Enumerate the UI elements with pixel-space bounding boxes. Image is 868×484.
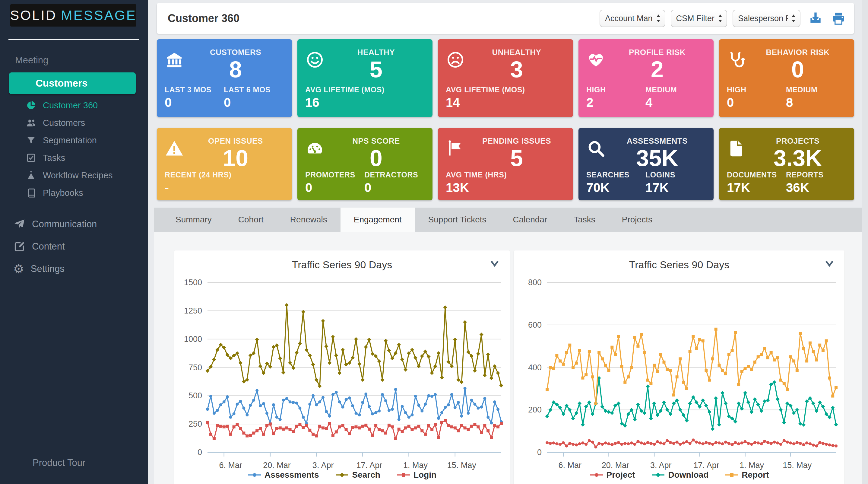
- kpi-card-nps-score: NPS SCORE 0 PROMOTERS 0 DETRACTORS 0: [298, 128, 433, 200]
- logo-text-solid: SOLID: [10, 7, 57, 23]
- printer-icon[interactable]: [831, 10, 846, 26]
- kpi-stat-label: AVG TIME (HRS): [446, 171, 564, 179]
- kpi-label: HEALTHY: [329, 48, 424, 57]
- legend-marker-icon: [397, 472, 410, 478]
- sidebar-item-content[interactable]: Content: [0, 235, 148, 258]
- heartbeat-icon: [586, 46, 610, 82]
- kpi-stat-value: 16: [305, 95, 424, 110]
- legend-item-search[interactable]: Search: [335, 470, 380, 480]
- sidebar-item-label: Workflow Recipes: [43, 171, 113, 180]
- sidebar-sub-menu: Customer 360 Customers Segmentation Task…: [0, 96, 148, 202]
- legend-label: Download: [668, 470, 709, 480]
- funnel-icon: [26, 135, 36, 146]
- kpi-stat-label: HIGH: [586, 85, 645, 94]
- kpi-stat-label: LOGINS: [645, 171, 705, 179]
- kpi-stat-label: LAST 6 MOS: [224, 85, 283, 94]
- users-icon: [26, 118, 36, 128]
- kpi-label: OPEN ISSUES: [188, 137, 283, 146]
- chevron-down-icon[interactable]: [825, 260, 834, 267]
- svg-text:600: 600: [528, 321, 542, 330]
- sidebar-item-tasks[interactable]: Tasks: [0, 149, 148, 167]
- sidebar-item-communication[interactable]: Communication: [0, 213, 148, 235]
- vertical-scrollbar[interactable]: [862, 0, 868, 484]
- kpi-stat: AVG LIFETIME (MOS) 14: [446, 85, 564, 110]
- tab-support-tickets[interactable]: Support Tickets: [415, 208, 500, 232]
- filter-select-1[interactable]: CSM Filter: [671, 10, 727, 27]
- sidebar-item-label: Customer 360: [43, 100, 98, 111]
- app-logo: SOLID MESSAGE: [10, 4, 136, 27]
- chevron-down-icon[interactable]: [490, 260, 499, 267]
- sidebar-item-label: Playbooks: [43, 188, 83, 198]
- svg-text:750: 750: [188, 363, 202, 372]
- kpi-stats: AVG LIFETIME (MOS) 16: [305, 85, 424, 110]
- gauge-icon: [305, 134, 329, 171]
- line-chart: 25050075010001250150006. Mar20. Mar3. Ap…: [178, 276, 506, 476]
- sidebar-item-customers[interactable]: Customers: [0, 114, 148, 131]
- svg-text:0: 0: [537, 448, 542, 457]
- legend-item-report[interactable]: Report: [725, 470, 769, 480]
- logo-text-message: MESSAGE: [61, 7, 136, 23]
- kpi-stat: DETRACTORS 0: [364, 171, 424, 195]
- kpi-stat-value: 14: [446, 95, 564, 110]
- legend-label: Assessments: [265, 470, 319, 480]
- sidebar-collapse-button[interactable]: [13, 304, 24, 316]
- kpi-card-healthy: HEALTHY 5 AVG LIFETIME (MOS) 16: [298, 39, 433, 117]
- svg-text:15. May: 15. May: [447, 461, 476, 470]
- svg-text:20. Mar: 20. Mar: [263, 461, 291, 470]
- select-arrows-icon: [717, 14, 723, 23]
- filter-select-2[interactable]: Salesperson F: [733, 10, 801, 27]
- legend-item-assessments[interactable]: Assessments: [248, 470, 319, 480]
- svg-text:1000: 1000: [184, 335, 202, 344]
- kpi-stat-value: 70K: [586, 180, 645, 195]
- kpi-stat-value: 0: [165, 95, 224, 110]
- sidebar-item-customers[interactable]: Customers: [9, 72, 136, 94]
- legend-item-login[interactable]: Login: [397, 470, 436, 480]
- tab-cohort[interactable]: Cohort: [225, 208, 277, 232]
- kpi-value: 0: [750, 57, 845, 82]
- tab-renewals[interactable]: Renewals: [277, 208, 341, 232]
- kpi-stat: SEARCHES 70K: [586, 171, 645, 195]
- kpi-stats: AVG LIFETIME (MOS) 14: [446, 85, 564, 110]
- product-tour-button[interactable]: Product Tour: [13, 456, 85, 470]
- tab-calendar[interactable]: Calendar: [500, 208, 561, 232]
- kpi-value: 2: [610, 57, 705, 82]
- tab-projects[interactable]: Projects: [609, 208, 665, 232]
- kpi-stat: MEDIUM 4: [645, 85, 705, 110]
- legend-item-download[interactable]: Download: [651, 470, 709, 480]
- kpi-stat-value: 8: [786, 95, 845, 110]
- chart-title: Traffic Series 90 Days: [514, 259, 844, 271]
- kpi-stat-value: 36K: [786, 180, 845, 195]
- sidebar: SOLID MESSAGE Meeting Customers Customer…: [0, 0, 148, 484]
- warning-icon: [165, 134, 188, 171]
- legend-label: Report: [742, 470, 769, 480]
- tab-engagement[interactable]: Engagement: [341, 208, 415, 232]
- search-icon: [586, 134, 610, 171]
- sidebar-item-playbooks[interactable]: Playbooks: [0, 184, 148, 202]
- sidebar-item-workflow-recipes[interactable]: Workflow Recipes: [0, 167, 148, 184]
- download-icon[interactable]: [808, 10, 824, 26]
- kpi-stat: MEDIUM 8: [786, 85, 845, 110]
- filter-select-0[interactable]: Account Man: [599, 10, 665, 27]
- kpi-stats: DOCUMENTS 17K REPORTS 36K: [727, 171, 845, 195]
- kpi-card-projects: PROJECTS 3.3K DOCUMENTS 17K REPORTS 36K: [719, 128, 854, 200]
- kpi-label: ASSESSMENTS: [610, 137, 705, 146]
- sidebar-item-settings[interactable]: ⚙ Settings: [0, 258, 148, 280]
- kpi-stat-label: DOCUMENTS: [727, 171, 786, 179]
- kpi-stat: AVG TIME (HRS) 13K: [446, 171, 564, 195]
- kpi-stat: PROMOTERS 0: [305, 171, 364, 195]
- kpi-value: 3.3K: [750, 146, 845, 171]
- kpi-stat-value: 0: [224, 95, 283, 110]
- legend-item-project[interactable]: Project: [590, 470, 635, 480]
- kpi-label: CUSTOMERS: [188, 48, 283, 57]
- kpi-stats: AVG TIME (HRS) 13K: [446, 171, 564, 195]
- sidebar-item-segmentation[interactable]: Segmentation: [0, 131, 148, 149]
- kpi-stat: LAST 3 MOS 0: [165, 85, 224, 110]
- legend-marker-icon: [725, 472, 739, 478]
- svg-text:1. May: 1. May: [403, 461, 428, 470]
- tab-bar: SummaryCohortRenewalsEngagementSupport T…: [154, 208, 868, 232]
- select-arrows-icon: [656, 14, 661, 23]
- tab-tasks[interactable]: Tasks: [560, 208, 609, 232]
- tab-summary[interactable]: Summary: [162, 208, 225, 232]
- svg-text:6. Mar: 6. Mar: [219, 461, 242, 470]
- sidebar-item-customer-360[interactable]: Customer 360: [0, 96, 148, 114]
